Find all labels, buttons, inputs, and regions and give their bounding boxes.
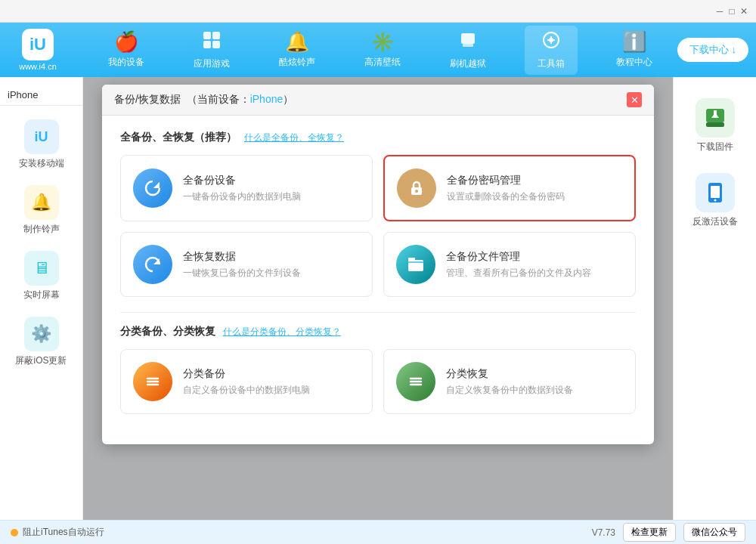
svg-rect-0 xyxy=(203,32,211,39)
nav-label-wallpaper: 高清壁纸 xyxy=(364,56,401,69)
sidebar-item-ringtone[interactable]: 🔔 制作铃声 xyxy=(0,178,82,243)
svg-point-9 xyxy=(415,190,418,193)
logo-text: www.i4.cn xyxy=(19,62,57,71)
nav-label-ringtones: 酷炫铃声 xyxy=(279,56,315,69)
svg-rect-21 xyxy=(714,110,717,118)
download-firmware-icon xyxy=(696,98,735,138)
maximize-button[interactable]: □ xyxy=(726,5,738,17)
nav-item-toolbox[interactable]: 工具箱 xyxy=(525,26,578,75)
full-backup-desc: 一键备份设备内的数据到电脑 xyxy=(183,190,360,203)
svg-rect-4 xyxy=(461,33,475,44)
sidebar-label-ios-update: 屏蔽iOS更新 xyxy=(15,354,67,367)
modal-close-button[interactable]: ✕ xyxy=(627,92,642,107)
modal-body: 全备份、全恢复（推荐） 什么是全备份、全恢复？ xyxy=(102,116,654,444)
right-item-deactivate[interactable]: 反激活设备 xyxy=(681,167,749,234)
nav-item-jailbreak[interactable]: 刷机越狱 xyxy=(439,26,497,75)
ringtone-icon: 🔔 xyxy=(24,185,59,220)
nav-item-my-device[interactable]: 🍎 我的设备 xyxy=(98,26,155,75)
logo-area: iU www.i4.cn xyxy=(8,29,68,71)
apple-icon: 🍎 xyxy=(114,30,138,54)
svg-rect-5 xyxy=(463,44,473,47)
nav-item-apps-games[interactable]: 应用游戏 xyxy=(183,26,240,75)
status-right: V7.73 检查更新 微信公众号 xyxy=(592,523,745,542)
download-center-button[interactable]: 下载中心 ↓ xyxy=(677,38,748,62)
section1-title: 全备份、全恢复（推荐） xyxy=(120,131,237,144)
card-full-backup-password[interactable]: 全备份密码管理 设置或删除设备的全备份密码 xyxy=(383,155,636,221)
card-category-restore[interactable]: 分类恢复 自定义恢复备份中的数据到设备 xyxy=(383,349,636,414)
deactivate-icon xyxy=(696,173,735,212)
category-backup-name: 分类备份 xyxy=(183,367,360,381)
modal-overlay: 备份/恢复数据 （当前设备：iPhone） ✕ 全备份、全恢复（推荐） 什么是全… xyxy=(83,77,673,520)
category-restore-name: 分类恢复 xyxy=(446,367,623,381)
svg-rect-3 xyxy=(212,41,220,48)
backup-password-name: 全备份密码管理 xyxy=(447,174,622,187)
status-left: 阻止iTunes自动运行 xyxy=(11,526,104,539)
sidebar-label-screen: 实时屏幕 xyxy=(23,289,60,301)
full-restore-desc: 一键恢复已备份的文件到设备 xyxy=(183,267,360,280)
nav-item-tutorial[interactable]: ℹ️ 教程中心 xyxy=(606,26,663,75)
bell-icon: 🔔 xyxy=(285,30,309,54)
right-item-download-firmware[interactable]: 下载固件 xyxy=(681,92,749,159)
card-full-file-manager[interactable]: 全备份文件管理 管理、查看所有已备份的文件及内容 xyxy=(383,232,636,297)
file-manager-name: 全备份文件管理 xyxy=(446,250,623,264)
left-sidebar: iPhone iU 安装移动端 🔔 制作铃声 🖥 实时屏幕 ⚙️ 屏蔽iOS更新 xyxy=(0,77,83,520)
card-full-backup[interactable]: 全备份设备 一键备份设备内的数据到电脑 xyxy=(120,155,373,221)
full-backup-name: 全备份设备 xyxy=(183,174,360,187)
screen-icon: 🖥 xyxy=(24,251,59,286)
main-area: 备份/恢复数据 （当前设备：iPhone） ✕ 全备份、全恢复（推荐） 什么是全… xyxy=(83,77,673,520)
svg-rect-2 xyxy=(203,41,211,48)
svg-rect-19 xyxy=(706,122,724,127)
status-bar: 阻止iTunes自动运行 V7.73 检查更新 微信公众号 xyxy=(0,520,756,544)
modal-header: 备份/恢复数据 （当前设备：iPhone） ✕ xyxy=(102,85,654,116)
backup-restore-modal: 备份/恢复数据 （当前设备：iPhone） ✕ 全备份、全恢复（推荐） 什么是全… xyxy=(102,85,654,444)
status-notice: 阻止iTunes自动运行 xyxy=(23,526,104,539)
card-category-backup[interactable]: 分类备份 自定义备份设备中的数据到电脑 xyxy=(120,349,373,414)
nav-item-ringtones[interactable]: 🔔 酷炫铃声 xyxy=(268,26,326,75)
nav-bar: iU www.i4.cn 🍎 我的设备 应用游戏 🔔 酷炫铃声 ✳️ 高清壁纸 … xyxy=(0,23,756,77)
section2-title: 分类备份、分类恢复 xyxy=(120,325,215,338)
svg-rect-23 xyxy=(711,186,720,198)
full-restore-icon xyxy=(133,245,172,284)
info-icon: ℹ️ xyxy=(622,30,646,54)
nav-label-toolbox: 工具箱 xyxy=(538,57,565,70)
device-label: iPhone xyxy=(0,85,82,106)
minimize-button[interactable]: ─ xyxy=(714,5,726,17)
nav-item-wallpaper[interactable]: ✳️ 高清壁纸 xyxy=(354,26,411,75)
sidebar-item-install-app[interactable]: iU 安装移动端 xyxy=(0,112,82,178)
category-restore-info: 分类恢复 自定义恢复备份中的数据到设备 xyxy=(446,367,623,397)
svg-point-7 xyxy=(549,38,553,42)
logo-icon: iU xyxy=(22,29,54,60)
category-restore-icon xyxy=(396,362,435,401)
svg-rect-11 xyxy=(408,258,415,261)
sidebar-label-install-app: 安装移动端 xyxy=(19,157,64,170)
section2-header: 分类备份、分类恢复 什么是分类备份、分类恢复？ xyxy=(120,325,636,338)
sidebar-item-ios-update[interactable]: ⚙️ 屏蔽iOS更新 xyxy=(0,309,82,375)
card-full-restore[interactable]: 全恢复数据 一键恢复已备份的文件到设备 xyxy=(120,232,373,297)
full-backup-icon xyxy=(133,168,172,208)
section2-link[interactable]: 什么是分类备份、分类恢复？ xyxy=(223,326,341,338)
nav-label-my-device: 我的设备 xyxy=(108,56,144,69)
category-restore-desc: 自定义恢复备份中的数据到设备 xyxy=(446,384,623,397)
nav-label-apps-games: 应用游戏 xyxy=(194,57,230,70)
full-restore-info: 全恢复数据 一键恢复已备份的文件到设备 xyxy=(183,250,360,280)
svg-point-24 xyxy=(714,199,716,202)
right-sidebar: 下载固件 反激活设备 xyxy=(673,77,756,520)
section1-link[interactable]: 什么是全备份、全恢复？ xyxy=(244,131,344,144)
jailbreak-icon xyxy=(458,30,478,55)
version-label: V7.73 xyxy=(592,527,615,538)
svg-rect-1 xyxy=(212,32,220,39)
close-window-button[interactable]: ✕ xyxy=(738,5,750,17)
category-backup-icon xyxy=(133,362,172,401)
file-manager-info: 全备份文件管理 管理、查看所有已备份的文件及内容 xyxy=(446,250,623,280)
wechat-button[interactable]: 微信公众号 xyxy=(683,523,745,542)
sidebar-item-screen[interactable]: 🖥 实时屏幕 xyxy=(0,243,82,309)
backup-password-info: 全备份密码管理 设置或删除设备的全备份密码 xyxy=(447,174,622,203)
content-area: iPhone iU 安装移动端 🔔 制作铃声 🖥 实时屏幕 ⚙️ 屏蔽iOS更新… xyxy=(0,77,756,520)
status-dot xyxy=(11,529,18,536)
sidebar-label-ringtone: 制作铃声 xyxy=(23,223,60,236)
category-backup-grid: 分类备份 自定义备份设备中的数据到电脑 xyxy=(120,349,636,414)
ios-update-icon: ⚙️ xyxy=(24,317,59,351)
check-update-button[interactable]: 检查更新 xyxy=(623,523,676,542)
section1-header: 全备份、全恢复（推荐） 什么是全备份、全恢复？ xyxy=(120,131,636,144)
wallpaper-icon: ✳️ xyxy=(370,30,395,54)
